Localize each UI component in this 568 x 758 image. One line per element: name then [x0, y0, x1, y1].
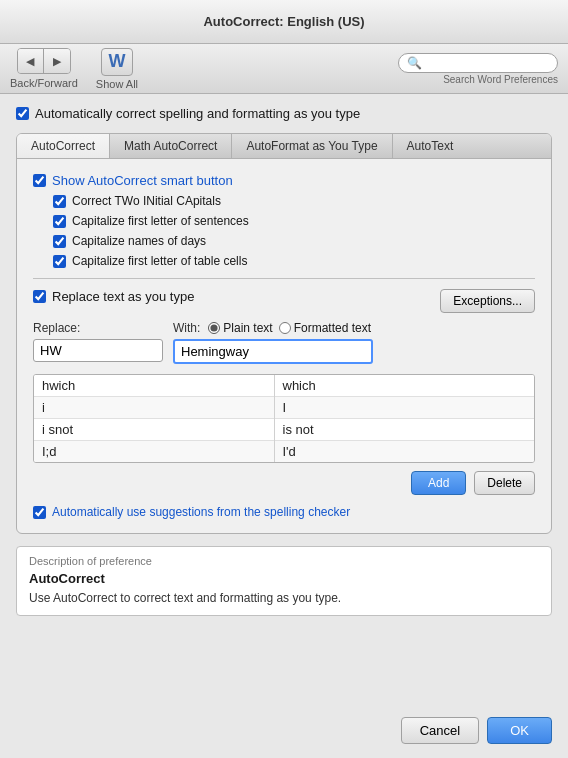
table-row[interactable]: hwichwhich: [34, 375, 534, 397]
table-cell-replace: i: [34, 397, 274, 419]
delete-button[interactable]: Delete: [474, 471, 535, 495]
back-forward-group: ◀ ▶: [17, 48, 71, 74]
tab-autocorrect[interactable]: AutoCorrect: [17, 134, 110, 158]
smart-button-checkbox[interactable]: [33, 174, 46, 187]
replace-field-group: Replace:: [33, 321, 163, 362]
tab-panel: AutoCorrect Math AutoCorrect AutoFormat …: [16, 133, 552, 534]
sub-checkbox-input-0[interactable]: [53, 195, 66, 208]
search-icon: 🔍: [407, 56, 422, 70]
top-checkbox-label: Automatically correct spelling and forma…: [35, 106, 360, 121]
table-cell-with: which: [274, 375, 534, 397]
cancel-button[interactable]: Cancel: [401, 717, 479, 744]
with-label: With:: [173, 321, 200, 335]
top-checkbox[interactable]: [16, 107, 29, 120]
formatted-text-radio[interactable]: [279, 322, 291, 334]
sub-checkbox-input-3[interactable]: [53, 255, 66, 268]
show-all-icon: W: [101, 48, 133, 76]
sub-checkboxes: Correct TWo INitial CApitals Capitalize …: [53, 194, 535, 268]
replace-text-checkbox[interactable]: [33, 290, 46, 303]
smart-button-label: Show AutoCorrect smart button: [52, 173, 233, 188]
description-panel: Description of preference AutoCorrect Us…: [16, 546, 552, 616]
with-header: With: Plain text Formatted text: [173, 321, 373, 335]
tab-bar: AutoCorrect Math AutoCorrect AutoFormat …: [17, 134, 551, 159]
search-box: 🔍 Search Word Preferences: [398, 53, 558, 85]
replace-text-label: Replace text as you type: [52, 289, 194, 304]
table-cell-replace: hwich: [34, 375, 274, 397]
sub-checkbox-label-0: Correct TWo INitial CApitals: [72, 194, 221, 208]
add-delete-row: Add Delete: [33, 471, 535, 495]
divider-1: [33, 278, 535, 279]
sub-checkbox-0: Correct TWo INitial CApitals: [53, 194, 535, 208]
formatted-text-option: Formatted text: [279, 321, 371, 335]
sub-checkbox-label-2: Capitalize names of days: [72, 234, 206, 248]
suggestions-label: Automatically use suggestions from the s…: [52, 505, 350, 519]
description-heading: Description of preference: [29, 555, 539, 567]
nav-label: Back/Forward: [10, 77, 78, 89]
tab-math-autocorrect[interactable]: Math AutoCorrect: [110, 134, 232, 158]
search-input-wrapper: 🔍: [398, 53, 558, 73]
toolbar: ◀ ▶ Back/Forward W Show All 🔍 Search Wor…: [0, 44, 568, 94]
sub-checkbox-input-1[interactable]: [53, 215, 66, 228]
table-cell-with: I: [274, 397, 534, 419]
formatted-text-label: Formatted text: [294, 321, 371, 335]
add-button[interactable]: Add: [411, 471, 466, 495]
tab-autoformat[interactable]: AutoFormat as You Type: [232, 134, 392, 158]
show-all-label: Show All: [96, 78, 138, 90]
sub-checkbox-2: Capitalize names of days: [53, 234, 535, 248]
replace-table-inner: hwichwhichiIi snotis notI;dI'd: [34, 375, 534, 462]
tab-autotext[interactable]: AutoText: [393, 134, 468, 158]
plain-text-radio[interactable]: [208, 322, 220, 334]
ok-button[interactable]: OK: [487, 717, 552, 744]
sub-checkbox-label-1: Capitalize first letter of sentences: [72, 214, 249, 228]
sub-checkbox-1: Capitalize first letter of sentences: [53, 214, 535, 228]
nav-group: ◀ ▶ Back/Forward: [10, 48, 78, 89]
table-row[interactable]: iI: [34, 397, 534, 419]
exceptions-button[interactable]: Exceptions...: [440, 289, 535, 313]
bottom-buttons: Cancel OK: [401, 717, 552, 744]
replace-left: Replace text as you type: [33, 289, 440, 310]
back-button[interactable]: ◀: [18, 49, 44, 73]
table-cell-with: I'd: [274, 441, 534, 463]
search-hint: Search Word Preferences: [443, 74, 558, 85]
sub-checkbox-input-2[interactable]: [53, 235, 66, 248]
table-cell-replace: I;d: [34, 441, 274, 463]
title-bar: AutoCorrect: English (US): [0, 0, 568, 44]
table-cell-replace: i snot: [34, 419, 274, 441]
tab-content: Show AutoCorrect smart button Correct TW…: [17, 159, 551, 533]
replace-text-row: Replace text as you type: [33, 289, 440, 304]
table-row[interactable]: i snotis not: [34, 419, 534, 441]
table-row[interactable]: I;dI'd: [34, 441, 534, 463]
description-text: Use AutoCorrect to correct text and form…: [29, 590, 539, 607]
replace-section: Replace text as you type Exceptions...: [33, 289, 535, 313]
suggestions-checkbox[interactable]: [33, 506, 46, 519]
table-cell-with: is not: [274, 419, 534, 441]
radio-group: Plain text Formatted text: [208, 321, 371, 335]
replace-fields: Replace: With: Plain text: [33, 321, 535, 364]
top-checkbox-row: Automatically correct spelling and forma…: [16, 106, 552, 121]
forward-button[interactable]: ▶: [44, 49, 70, 73]
search-input[interactable]: [426, 56, 549, 70]
with-input[interactable]: [173, 339, 373, 364]
replace-table: hwichwhichiIi snotis notI;dI'd: [33, 374, 535, 463]
replace-label: Replace:: [33, 321, 163, 335]
show-all-button[interactable]: W Show All: [88, 48, 146, 90]
with-group: With: Plain text Formatted text: [173, 321, 373, 364]
window-title: AutoCorrect: English (US): [203, 14, 364, 29]
sub-checkbox-3: Capitalize first letter of table cells: [53, 254, 535, 268]
plain-text-label: Plain text: [223, 321, 272, 335]
replace-input[interactable]: [33, 339, 163, 362]
smart-button-row: Show AutoCorrect smart button: [33, 173, 535, 188]
sub-checkbox-label-3: Capitalize first letter of table cells: [72, 254, 247, 268]
suggestions-checkbox-row: Automatically use suggestions from the s…: [33, 505, 535, 519]
plain-text-option: Plain text: [208, 321, 272, 335]
description-title: AutoCorrect: [29, 571, 539, 586]
